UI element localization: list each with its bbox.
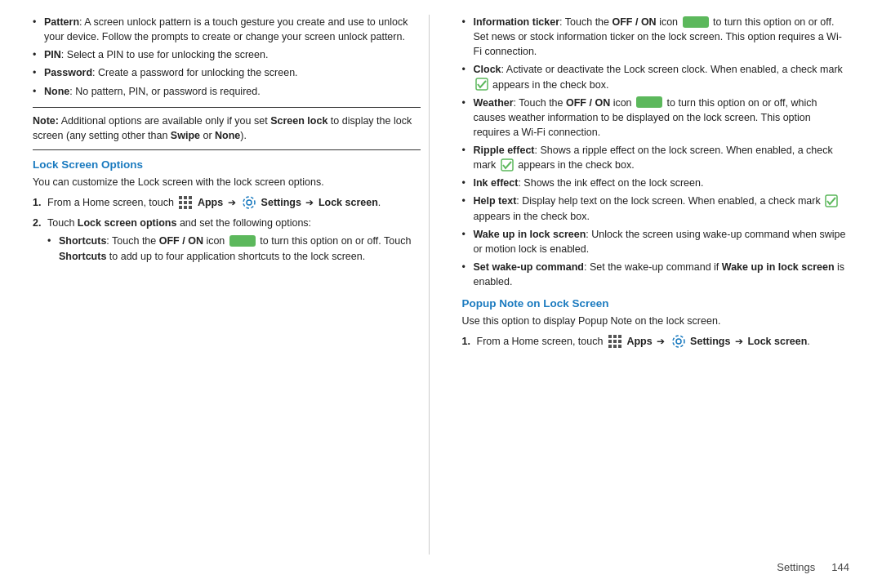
- bullet-none: None: No pattern, PIN, or password is re…: [33, 84, 421, 99]
- popup-step-1: 1. From a Home screen, touch: [462, 334, 850, 350]
- svg-rect-21: [613, 345, 617, 348]
- right-bullets: Information ticker: Touch the OFF / ON i…: [462, 15, 850, 289]
- initial-bullets: Pattern: A screen unlock pattern is a to…: [33, 15, 421, 99]
- bullet-wakeup: Wake up in lock screen: Unlock the scree…: [462, 227, 850, 256]
- popup-note-body: Use this option to display Popup Note on…: [462, 314, 850, 329]
- step-1-num: 1.: [33, 195, 41, 211]
- settings-gear-icon-2: [671, 334, 686, 349]
- svg-point-10: [243, 197, 255, 208]
- svg-point-23: [676, 339, 681, 344]
- svg-rect-17: [608, 340, 612, 343]
- sub-shortcuts: Shortcuts: Touch the OFF / ON icon to tu…: [47, 234, 421, 263]
- bullet-ink: Ink effect: Shows the ink effect on the …: [462, 176, 850, 190]
- svg-rect-20: [608, 345, 612, 348]
- step-2: 2. Touch Lock screen options and set the…: [33, 216, 421, 264]
- bullet-info-ticker: Information ticker: Touch the OFF / ON i…: [462, 15, 850, 59]
- toggle-weather-icon: [636, 96, 662, 108]
- svg-rect-22: [618, 345, 621, 348]
- popup-step-1-num: 1.: [462, 334, 470, 350]
- bullet-wakeup-cmd: Set wake-up command: Set the wake-up com…: [462, 260, 850, 289]
- left-column: Pattern: A screen unlock pattern is a to…: [33, 15, 430, 555]
- bullet-help: Help text: Display help text on the lock…: [462, 194, 850, 223]
- svg-rect-4: [184, 201, 187, 204]
- svg-rect-5: [189, 201, 192, 204]
- apps-label-2: Apps: [626, 336, 652, 347]
- right-column: Information ticker: Touch the OFF / ON i…: [454, 15, 850, 555]
- step-2-num: 2.: [33, 216, 41, 231]
- checkmark-icon-ripple: [501, 158, 514, 172]
- svg-rect-18: [613, 340, 617, 343]
- lock-screen-options-body: You can customize the Lock screen with t…: [33, 175, 421, 190]
- bullet-clock: Clock: Activate or deactivate the Lock s…: [462, 62, 850, 91]
- svg-rect-14: [608, 335, 612, 338]
- svg-rect-0: [179, 196, 182, 199]
- svg-rect-7: [184, 206, 187, 209]
- svg-rect-19: [618, 340, 621, 343]
- apps-label: Apps: [198, 197, 223, 208]
- bullet-ripple: Ripple effect: Shows a ripple effect on …: [462, 143, 850, 172]
- svg-rect-6: [179, 206, 182, 209]
- apps-grid-icon: [178, 195, 193, 210]
- svg-rect-2: [189, 196, 192, 199]
- svg-rect-3: [179, 201, 182, 204]
- svg-rect-8: [189, 206, 192, 209]
- apps-grid-icon-2: [608, 334, 622, 349]
- svg-rect-15: [613, 335, 617, 338]
- footer-page-number: 144: [831, 561, 849, 573]
- bullet-pattern: Pattern: A screen unlock pattern is a to…: [33, 15, 421, 44]
- popup-note-heading: Popup Note on Lock Screen: [462, 297, 850, 310]
- bullet-pin: PIN: Select a PIN to use for unlocking t…: [33, 47, 421, 62]
- footer: Settings 144: [33, 555, 849, 573]
- svg-point-24: [673, 336, 684, 347]
- arrow-2: ➔: [305, 197, 314, 208]
- lock-screen-label-2: Lock screen: [747, 336, 807, 347]
- lock-screen-label: Lock screen: [318, 197, 378, 208]
- lock-screen-options-heading: Lock Screen Options: [33, 158, 421, 171]
- step-1: 1. From a Home screen, touch: [33, 195, 421, 211]
- toggle-on-icon: [229, 235, 256, 247]
- popup-note-steps: 1. From a Home screen, touch: [462, 334, 850, 350]
- settings-label-2: Settings: [690, 336, 730, 347]
- toggle-info-icon: [683, 16, 709, 28]
- checkmark-icon-clock: [475, 78, 488, 91]
- settings-label: Settings: [261, 197, 301, 208]
- arrow-3: ➔: [657, 336, 665, 347]
- content-area: Pattern: A screen unlock pattern is a to…: [33, 15, 849, 555]
- bullet-password: Password: Create a password for unlockin…: [33, 65, 421, 80]
- footer-settings-label: Settings: [777, 561, 815, 573]
- note-box: Note: Additional options are available o…: [33, 107, 421, 151]
- checkmark-icon-help: [825, 194, 838, 207]
- arrow-1: ➔: [228, 197, 236, 208]
- lock-screen-steps: 1. From a Home screen, touch: [33, 195, 421, 264]
- bullet-weather: Weather: Touch the OFF / ON icon to turn…: [462, 96, 850, 140]
- svg-rect-16: [618, 335, 621, 338]
- svg-point-9: [247, 200, 252, 205]
- sub-options: Shortcuts: Touch the OFF / ON icon to tu…: [47, 234, 421, 263]
- svg-rect-1: [184, 196, 187, 199]
- page: Pattern: A screen unlock pattern is a to…: [0, 0, 882, 588]
- settings-gear-icon: [242, 195, 256, 210]
- arrow-4: ➔: [735, 336, 743, 347]
